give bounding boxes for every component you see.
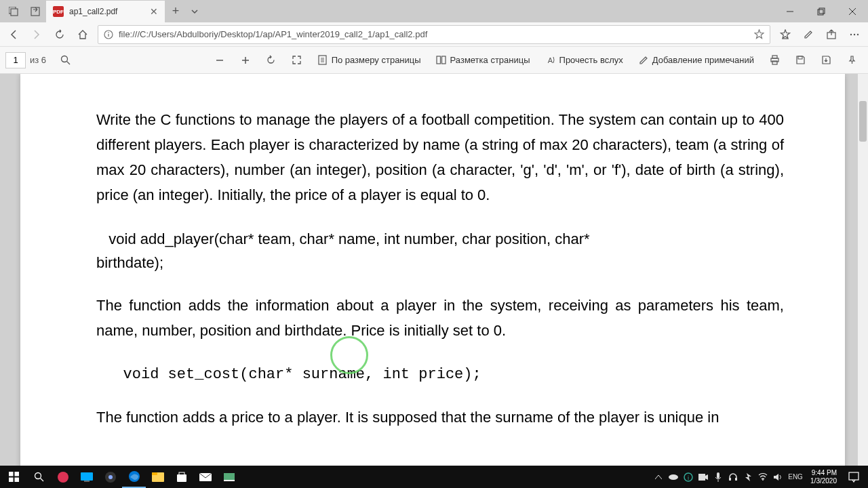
svg-line-15 bbox=[66, 62, 70, 65]
address-field[interactable]: file:///C:/Users/Abdulboriy/Desktop/1/ap… bbox=[98, 25, 770, 44]
svg-point-12 bbox=[854, 33, 855, 35]
tray-volume-icon[interactable] bbox=[771, 466, 785, 488]
rotate-button[interactable] bbox=[260, 49, 282, 71]
svg-rect-1 bbox=[11, 9, 18, 16]
svg-line-32 bbox=[41, 479, 44, 482]
save-pdf-button[interactable] bbox=[789, 49, 811, 71]
pdf-page: Write the C functions to manage the play… bbox=[20, 74, 845, 466]
tab-chevron-icon[interactable] bbox=[186, 0, 203, 22]
back-button[interactable] bbox=[3, 24, 24, 45]
page-layout-button[interactable]: Разметка страницы bbox=[431, 49, 536, 71]
fit-page-label: По размеру страницы bbox=[332, 55, 421, 65]
tab-close-button[interactable]: ✕ bbox=[150, 6, 158, 17]
fit-page-button[interactable]: По размеру страницы bbox=[312, 49, 427, 71]
taskbar-app-4[interactable] bbox=[217, 466, 241, 488]
taskbar-explorer-icon[interactable] bbox=[146, 466, 170, 488]
code-block-1: void add_player(char* team, char* name, … bbox=[96, 227, 784, 274]
svg-rect-49 bbox=[698, 474, 705, 481]
svg-rect-51 bbox=[729, 478, 731, 481]
taskbar-app-1[interactable] bbox=[51, 466, 75, 488]
tabs-preview-icon[interactable] bbox=[5, 3, 22, 20]
svg-point-31 bbox=[35, 473, 41, 479]
info-icon[interactable] bbox=[104, 30, 113, 39]
tray-chevron-icon[interactable] bbox=[652, 466, 665, 488]
tab-title: ap1_call2.pdf bbox=[69, 7, 144, 16]
vertical-scrollbar[interactable] bbox=[858, 74, 868, 466]
svg-rect-4 bbox=[818, 9, 823, 15]
tray-mic-icon[interactable] bbox=[711, 466, 725, 488]
expand-button[interactable] bbox=[286, 49, 308, 71]
print-button[interactable] bbox=[764, 49, 785, 71]
page-number-input[interactable] bbox=[5, 52, 26, 68]
zoom-in-button[interactable] bbox=[235, 49, 256, 71]
svg-rect-35 bbox=[84, 481, 90, 482]
svg-rect-45 bbox=[224, 480, 235, 481]
svg-text:A: A bbox=[547, 56, 553, 64]
svg-point-33 bbox=[58, 472, 68, 483]
paragraph-2: The function adds the information about … bbox=[96, 293, 784, 344]
taskbar-app-2[interactable] bbox=[75, 466, 98, 488]
svg-rect-5 bbox=[819, 8, 825, 14]
tray-notifications-icon[interactable] bbox=[842, 466, 865, 488]
save-as-button[interactable] bbox=[815, 49, 837, 71]
more-button[interactable] bbox=[844, 24, 865, 45]
read-aloud-button[interactable]: A Прочесть вслух bbox=[540, 49, 629, 71]
favorite-icon[interactable] bbox=[754, 29, 764, 39]
pdf-viewport[interactable]: Write the C functions to manage the play… bbox=[0, 74, 868, 466]
taskbar-app-3[interactable] bbox=[98, 466, 122, 488]
svg-rect-52 bbox=[735, 478, 737, 481]
maximize-button[interactable] bbox=[806, 0, 837, 22]
browser-tab[interactable]: PDF ap1_call2.pdf ✕ bbox=[46, 0, 165, 22]
tray-info-icon[interactable]: i bbox=[682, 466, 695, 488]
new-tab-button[interactable]: + bbox=[165, 0, 186, 22]
svg-rect-34 bbox=[81, 472, 93, 481]
svg-rect-28 bbox=[14, 472, 19, 476]
refresh-button[interactable] bbox=[49, 24, 71, 45]
search-pdf-button[interactable] bbox=[54, 49, 76, 71]
tray-wifi-icon[interactable] bbox=[756, 466, 770, 488]
read-aloud-label: Прочесть вслух bbox=[559, 55, 623, 65]
svg-rect-21 bbox=[441, 56, 446, 64]
zoom-out-button[interactable] bbox=[209, 49, 231, 71]
add-notes-button[interactable]: Добавление примечаний bbox=[633, 49, 760, 71]
scrollbar-thumb[interactable] bbox=[859, 101, 867, 142]
taskbar-mail-icon[interactable] bbox=[193, 466, 217, 488]
svg-point-7 bbox=[108, 32, 109, 33]
svg-rect-41 bbox=[177, 474, 186, 482]
paragraph-3: The function adds a price to a player. I… bbox=[96, 405, 784, 430]
titlebar: PDF ap1_call2.pdf ✕ + bbox=[0, 0, 868, 22]
code-block-2: void set_cost(char* surname, int price); bbox=[96, 363, 784, 386]
svg-point-46 bbox=[669, 474, 678, 480]
tray-headset-icon[interactable] bbox=[726, 466, 740, 488]
pdf-icon: PDF bbox=[53, 6, 64, 17]
start-button[interactable] bbox=[0, 466, 27, 488]
favorites-button[interactable] bbox=[774, 24, 796, 45]
notes-button[interactable] bbox=[797, 24, 819, 45]
forward-button bbox=[26, 24, 47, 45]
tray-onedrive-icon[interactable] bbox=[667, 466, 680, 488]
svg-rect-29 bbox=[9, 478, 14, 483]
taskbar-edge-icon[interactable] bbox=[122, 466, 146, 488]
svg-point-13 bbox=[857, 33, 859, 35]
tray-lang[interactable]: ENG bbox=[786, 466, 805, 488]
tray-power-icon[interactable] bbox=[741, 466, 755, 488]
share-button[interactable] bbox=[821, 24, 842, 45]
set-aside-icon[interactable] bbox=[27, 3, 43, 20]
svg-rect-30 bbox=[14, 478, 19, 483]
home-button[interactable] bbox=[72, 24, 94, 45]
tray-camera-icon[interactable] bbox=[696, 466, 710, 488]
taskbar: i ENG 9:44 PM 1/3/2020 bbox=[0, 466, 868, 488]
paragraph-1: Write the C functions to manage the play… bbox=[96, 108, 784, 208]
svg-rect-50 bbox=[717, 472, 719, 479]
tray-clock[interactable]: 9:44 PM 1/3/2020 bbox=[806, 469, 841, 485]
svg-rect-40 bbox=[152, 472, 157, 475]
taskbar-search-icon[interactable] bbox=[27, 466, 51, 488]
url-text: file:///C:/Users/Abdulboriy/Desktop/1/ap… bbox=[119, 29, 749, 39]
svg-point-37 bbox=[108, 475, 113, 479]
close-button[interactable] bbox=[837, 0, 868, 22]
taskbar-store-icon[interactable] bbox=[170, 466, 193, 488]
svg-point-11 bbox=[850, 33, 852, 35]
pin-toolbar-button[interactable] bbox=[841, 49, 863, 71]
minimize-button[interactable] bbox=[774, 0, 806, 22]
page-layout-label: Разметка страницы bbox=[450, 55, 530, 65]
